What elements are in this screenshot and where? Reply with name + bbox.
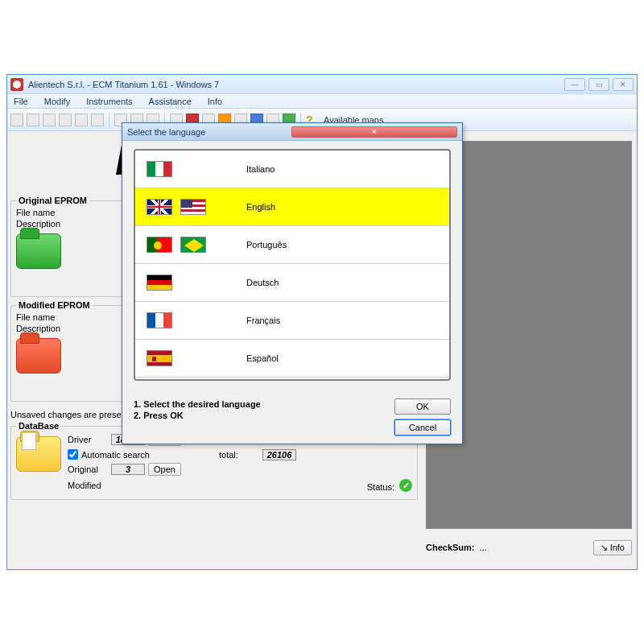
language-label: Italiano	[214, 164, 438, 174]
language-english[interactable]: English	[135, 188, 449, 226]
dialog-title: Select the language	[127, 127, 291, 137]
language-label: Português	[214, 240, 438, 250]
language-list: Italiano English Português Deutsch Franç	[134, 149, 451, 381]
original-open-button[interactable]: Open	[148, 463, 181, 476]
flag-brazil-icon	[180, 237, 206, 253]
language-italian[interactable]: Italiano	[135, 151, 449, 188]
menubar: File Modify Instruments Assistance Info	[7, 94, 637, 109]
language-label: English	[214, 202, 438, 212]
menu-file[interactable]: File	[10, 96, 31, 107]
status-label: Status:	[367, 482, 394, 492]
tb-icon-4[interactable]	[59, 114, 72, 126]
close-button[interactable]: ✕	[613, 78, 634, 91]
unsaved-changes-text: Unsaved changes are prese	[10, 410, 122, 419]
modified-eprom-title: Modified EPROM	[16, 300, 93, 310]
dialog-instructions: 1. Select the desired language 2. Press …	[134, 398, 394, 422]
menu-modify[interactable]: Modify	[41, 96, 73, 107]
app-icon	[10, 78, 23, 91]
minimize-button[interactable]: —	[564, 78, 585, 91]
window-title: Alientech S.r.l. - ECM Titanium 1.61 - W…	[28, 80, 564, 89]
language-german[interactable]: Deutsch	[135, 264, 449, 302]
tb-icon-3[interactable]	[43, 114, 56, 126]
automatic-search-checkbox[interactable]: Automatic search	[68, 449, 213, 460]
info-button-label: Info	[610, 543, 625, 552]
tb-icon-2[interactable]	[27, 114, 39, 126]
tb-icon-1[interactable]	[10, 114, 23, 126]
status-ok-icon: ✓	[399, 479, 412, 492]
dialog-ok-button[interactable]: OK	[394, 398, 451, 415]
folder-database-icon[interactable]	[16, 436, 61, 472]
language-french[interactable]: Français	[135, 302, 449, 340]
maximize-button[interactable]: ▭	[588, 78, 609, 91]
flag-portugal-icon	[147, 237, 172, 253]
flag-france-icon	[147, 312, 172, 328]
flag-uk-icon	[147, 199, 172, 215]
titlebar: Alientech S.r.l. - ECM Titanium 1.61 - W…	[7, 75, 637, 94]
language-spanish[interactable]: Español	[135, 340, 449, 378]
menu-info[interactable]: Info	[204, 96, 225, 107]
original-label: Original	[68, 464, 108, 474]
automatic-search-input[interactable]	[68, 449, 78, 460]
database-title: DataBase	[16, 421, 61, 431]
checksum-value: ...	[480, 543, 588, 552]
dialog-titlebar: Select the language ✕	[122, 123, 462, 141]
original-eprom-title: Original EPROM	[16, 196, 89, 205]
orig-filename-label: File name	[16, 208, 64, 217]
modified-label: Modified	[68, 481, 108, 490]
menu-assistance[interactable]: Assistance	[146, 96, 195, 107]
language-label: Français	[214, 316, 438, 325]
language-label: Deutsch	[214, 278, 438, 287]
language-dialog: Select the language ✕ Italiano English P…	[122, 122, 463, 444]
flag-italy-icon	[147, 161, 172, 177]
dialog-instr-line2: 2. Press OK	[134, 410, 394, 421]
original-count: 3	[111, 464, 145, 475]
driver-label: Driver	[68, 435, 108, 444]
dialog-instr-line1: 1. Select the desired language	[134, 398, 394, 410]
menu-instruments[interactable]: Instruments	[83, 96, 135, 107]
info-button[interactable]: ↘ Info	[593, 540, 632, 555]
tb-sep	[109, 113, 109, 127]
folder-open-modified-icon[interactable]	[16, 338, 61, 374]
automatic-search-label: Automatic search	[81, 450, 150, 460]
flag-germany-icon	[147, 275, 172, 291]
flag-spain-icon	[147, 350, 172, 366]
dialog-cancel-button[interactable]: Cancel	[394, 419, 451, 436]
total-label: total:	[219, 450, 259, 460]
flag-us-icon	[180, 199, 206, 215]
tb-icon-5[interactable]	[75, 114, 88, 126]
total-count: 26106	[262, 449, 296, 460]
mod-filename-label: File name	[16, 312, 64, 322]
folder-open-original-icon[interactable]	[16, 233, 61, 269]
language-label: Español	[214, 353, 438, 363]
language-portuguese[interactable]: Português	[135, 226, 449, 264]
dialog-close-button[interactable]: ✕	[291, 126, 457, 138]
tb-icon-6[interactable]	[91, 114, 104, 126]
checksum-label: CheckSum:	[426, 543, 475, 552]
